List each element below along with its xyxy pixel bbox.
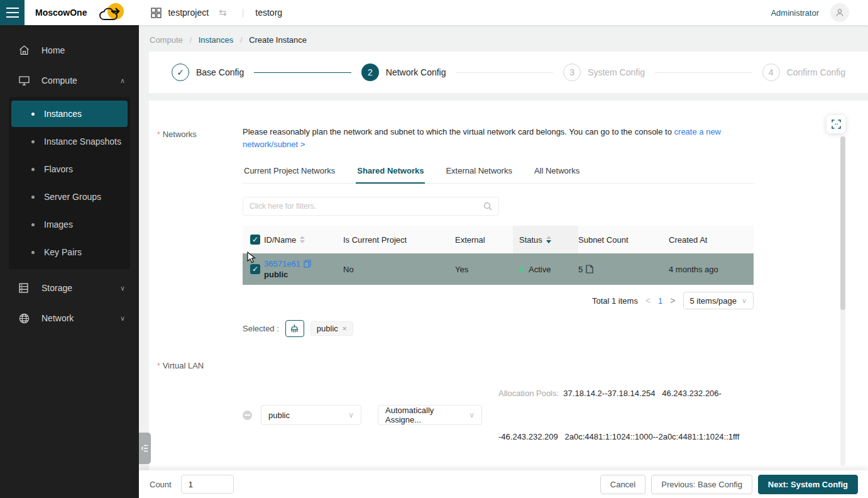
page-size-select[interactable]: 5 items/page ∨ bbox=[683, 292, 754, 309]
scrollbar-thumb[interactable] bbox=[840, 136, 845, 310]
selected-chip[interactable]: public × bbox=[310, 321, 353, 336]
document-icon[interactable] bbox=[586, 265, 593, 274]
network-filter-input[interactable] bbox=[250, 202, 483, 211]
count-input[interactable] bbox=[181, 475, 234, 494]
sidebar-item-instance-snapshots[interactable]: Instance Snapshots bbox=[11, 128, 128, 155]
step-confirm-config[interactable]: 4 Confirm Config bbox=[762, 64, 845, 81]
vlan-ip-select[interactable]: Automatically Assigne... ∨ bbox=[378, 405, 482, 425]
allocation-pools: Allocation Pools: 37.18.14.2--37.18.14.2… bbox=[498, 357, 739, 470]
remove-chip-icon[interactable]: × bbox=[343, 324, 347, 333]
collapse-icon bbox=[141, 445, 148, 452]
tab-shared-networks[interactable]: Shared Networks bbox=[356, 160, 425, 184]
network-id-link[interactable]: 36571e61 bbox=[264, 258, 343, 269]
cell-is-current-project: No bbox=[343, 265, 455, 274]
table-row[interactable]: ✓ 36571e61 public bbox=[243, 253, 754, 285]
footer-bar: Count Cancel Previous: Base Config Next:… bbox=[139, 470, 868, 498]
fullscreen-toggle-button[interactable] bbox=[827, 115, 845, 133]
step-label: Confirm Config bbox=[787, 67, 845, 77]
sidebar-item-compute[interactable]: Compute ∧ bbox=[0, 65, 139, 96]
page-number[interactable]: 1 bbox=[658, 296, 662, 306]
avatar[interactable] bbox=[830, 3, 849, 22]
sidebar-item-home[interactable]: Home bbox=[0, 35, 139, 65]
search-icon[interactable] bbox=[483, 202, 492, 211]
step-number: 3 bbox=[563, 64, 581, 81]
copy-icon[interactable] bbox=[304, 260, 311, 268]
divider: | bbox=[242, 8, 244, 18]
chevron-down-icon: ∨ bbox=[348, 411, 354, 419]
count-label: Count bbox=[150, 480, 172, 489]
cell-external: Yes bbox=[455, 265, 513, 274]
required-asterisk: * bbox=[157, 130, 160, 139]
bullet-icon bbox=[31, 223, 35, 226]
sidebar-item-server-groups[interactable]: Server Groups bbox=[11, 184, 128, 210]
step-network-config[interactable]: 2 Network Config bbox=[361, 64, 446, 81]
step-base-config[interactable]: ✓ Base Config bbox=[172, 64, 244, 81]
sort-icon[interactable] bbox=[300, 236, 305, 243]
network-tabs: Current Project Networks Shared Networks… bbox=[243, 160, 755, 184]
switch-project-icon[interactable]: ⇆ bbox=[219, 7, 227, 18]
tab-all-networks[interactable]: All Networks bbox=[533, 160, 581, 183]
step-label: System Config bbox=[588, 67, 645, 77]
virtual-lan-field: *Virtual LAN public ∨ Automatically Assi… bbox=[149, 357, 868, 470]
total-items: Total 1 items bbox=[592, 296, 638, 306]
step-system-config[interactable]: 3 System Config bbox=[563, 64, 645, 81]
cell-subnet-count: 5 bbox=[578, 265, 669, 274]
clear-selection-button[interactable] bbox=[285, 320, 304, 337]
prev-page-button[interactable]: < bbox=[646, 296, 651, 306]
column-id-name[interactable]: ID/Name bbox=[264, 235, 343, 245]
hamburger-menu-button[interactable] bbox=[0, 0, 25, 25]
select-all-checkbox[interactable]: ✓ bbox=[250, 235, 260, 245]
tab-external-networks[interactable]: External Networks bbox=[444, 160, 513, 183]
remove-vlan-icon[interactable] bbox=[243, 411, 252, 420]
sidebar-item-network[interactable]: Network ∨ bbox=[0, 303, 139, 333]
sidebar-item-images[interactable]: Images bbox=[11, 211, 128, 238]
home-icon bbox=[19, 45, 30, 55]
compute-submenu: Instances Instance Snapshots Flavors Ser… bbox=[9, 97, 130, 269]
cancel-button[interactable]: Cancel bbox=[600, 475, 646, 494]
scrollbar-track[interactable] bbox=[840, 136, 845, 466]
top-bar: MoscowOne testproject ⇆ | testorg Admini… bbox=[0, 0, 868, 25]
bullet-icon bbox=[31, 251, 35, 254]
vlan-network-select[interactable]: public ∨ bbox=[261, 405, 361, 425]
user-icon bbox=[835, 8, 845, 18]
project-name[interactable]: testproject bbox=[168, 8, 209, 18]
next-page-button[interactable]: > bbox=[670, 296, 675, 306]
breadcrumb: Compute / Instances / Create Instance bbox=[139, 25, 868, 52]
sidebar-item-key-pairs[interactable]: Key Pairs bbox=[11, 239, 128, 265]
breadcrumb-instances[interactable]: Instances bbox=[199, 35, 234, 45]
row-checkbox[interactable]: ✓ bbox=[250, 264, 260, 274]
sidebar: Home Compute ∧ Instances Instance Snapsh… bbox=[0, 25, 139, 498]
sidebar-item-label: Flavors bbox=[44, 164, 73, 174]
next-step-button[interactable]: Next: System Config bbox=[758, 475, 858, 494]
storage-icon bbox=[19, 283, 30, 293]
broom-icon bbox=[290, 324, 299, 333]
form-anchor-handle[interactable] bbox=[139, 433, 151, 464]
sidebar-item-label: Images bbox=[44, 219, 73, 230]
step-label: Base Config bbox=[196, 67, 244, 77]
previous-step-button[interactable]: Previous: Base Config bbox=[651, 475, 752, 494]
breadcrumb-compute: Compute bbox=[150, 35, 183, 45]
tab-current-project-networks[interactable]: Current Project Networks bbox=[243, 160, 336, 183]
networks-field: *Networks Please reasonably plan the net… bbox=[149, 126, 868, 337]
sidebar-item-storage[interactable]: Storage ∨ bbox=[0, 273, 139, 303]
compute-icon bbox=[19, 76, 30, 86]
sidebar-item-flavors[interactable]: Flavors bbox=[11, 156, 128, 182]
project-switcher[interactable]: testproject ⇆ | testorg bbox=[151, 7, 282, 18]
user-role-menu[interactable]: Administrator bbox=[771, 8, 819, 18]
pagination: Total 1 items < 1 > 5 items/page ∨ bbox=[243, 292, 754, 309]
sort-icon[interactable] bbox=[546, 236, 551, 243]
cell-created-at: 4 months ago bbox=[669, 265, 754, 274]
chevron-down-icon: ∨ bbox=[120, 314, 125, 323]
column-external: External bbox=[455, 235, 513, 245]
network-filter[interactable] bbox=[243, 197, 499, 216]
column-status[interactable]: Status bbox=[513, 226, 578, 253]
selected-label: Selected : bbox=[243, 324, 279, 333]
sidebar-item-label: Server Groups bbox=[44, 192, 101, 202]
bullet-icon bbox=[31, 168, 35, 171]
org-name[interactable]: testorg bbox=[255, 8, 282, 18]
sidebar-item-label: Instance Snapshots bbox=[44, 136, 121, 147]
sidebar-item-label: Compute bbox=[41, 75, 77, 86]
cell-status: Active bbox=[513, 265, 578, 274]
sidebar-item-label: Key Pairs bbox=[44, 247, 82, 257]
sidebar-item-instances[interactable]: Instances bbox=[11, 101, 128, 127]
